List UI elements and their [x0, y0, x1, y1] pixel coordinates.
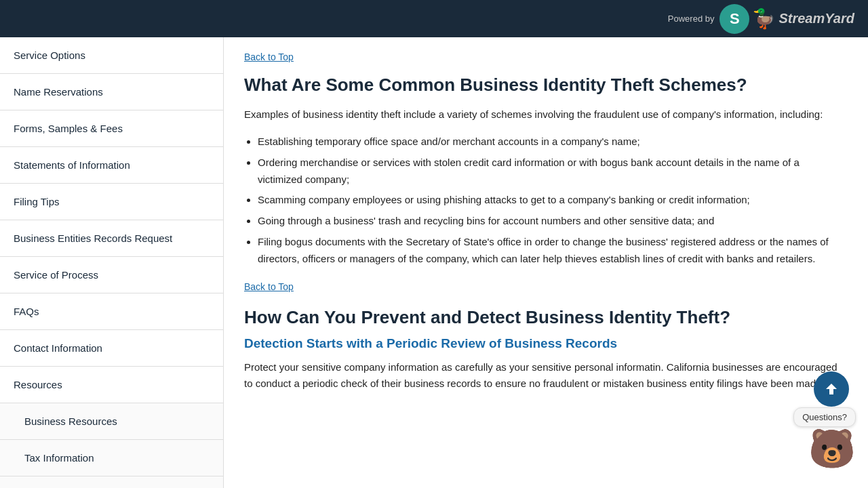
- streamyard-logo: S 🦆 StreamYard: [719, 4, 854, 34]
- sidebar-item-resources[interactable]: Resources: [0, 367, 223, 403]
- sidebar: Service Options Name Reservations Forms,…: [0, 37, 224, 488]
- streamyard-icon: S: [719, 4, 749, 34]
- top-bar: Powered by S 🦆 StreamYard: [0, 0, 868, 37]
- section1-title: What Are Some Common Business Identity T…: [244, 75, 841, 96]
- sidebar-item-filing-tips[interactable]: Filing Tips: [0, 184, 223, 220]
- sidebar-item-name-reservations[interactable]: Name Reservations: [0, 74, 223, 110]
- sidebar-item-service-options[interactable]: Service Options: [0, 37, 223, 74]
- arrow-up-icon: [823, 381, 840, 397]
- content-area: Back to Top What Are Some Common Busines…: [224, 37, 868, 488]
- back-to-top-link-1[interactable]: Back to Top: [244, 52, 294, 62]
- bullet-item-1: Establishing temporary office space and/…: [258, 134, 841, 150]
- bullet-item-5: Filing bogus documents with the Secretar…: [258, 234, 841, 268]
- section2-body-text: Protect your sensitive company informati…: [244, 359, 841, 392]
- bullet-item-2: Ordering merchandise or services with st…: [258, 155, 841, 188]
- sidebar-item-tax-information[interactable]: Tax Information: [0, 440, 223, 476]
- sidebar-item-faqs[interactable]: FAQs: [0, 293, 223, 330]
- bear-mascot-icon: 🐻: [808, 430, 856, 468]
- questions-bubble: Questions?: [793, 407, 856, 427]
- section1-bullet-list: Establishing temporary office space and/…: [258, 134, 841, 267]
- powered-by-label: Powered by S 🦆 StreamYard: [668, 4, 854, 34]
- sidebar-item-contact-information[interactable]: Contact Information: [0, 330, 223, 367]
- chat-widget[interactable]: Questions? 🐻: [793, 407, 856, 468]
- brand-name: StreamYard: [778, 11, 854, 26]
- sidebar-item-service-of-process[interactable]: Service of Process: [0, 257, 223, 293]
- sidebar-item-forms-samples-fees[interactable]: Forms, Samples & Fees: [0, 110, 223, 147]
- powered-by-text: Powered by: [668, 14, 715, 24]
- main-content: Service Options Name Reservations Forms,…: [0, 37, 868, 488]
- sidebar-item-statements-of-information[interactable]: Statements of Information: [0, 147, 223, 184]
- bullet-item-4: Going through a business' trash and recy…: [258, 213, 841, 230]
- sidebar-item-business-resources[interactable]: Business Resources: [0, 403, 223, 440]
- scroll-to-top-button[interactable]: [814, 371, 849, 407]
- section1-intro: Examples of business identity theft incl…: [244, 106, 841, 123]
- sidebar-item-business-entities-records-request[interactable]: Business Entities Records Request: [0, 220, 223, 257]
- duck-icon: 🦆: [752, 7, 776, 30]
- bullet-item-3: Scamming company employees or using phis…: [258, 192, 841, 209]
- back-to-top-link-2[interactable]: Back to Top: [244, 281, 294, 292]
- section2-subsection-title: Detection Starts with a Periodic Review …: [244, 336, 841, 351]
- section2-title: How Can You Prevent and Detect Business …: [244, 307, 841, 328]
- sidebar-item-starting-a-business-checklist[interactable]: Starting A Business Checklist: [0, 476, 223, 488]
